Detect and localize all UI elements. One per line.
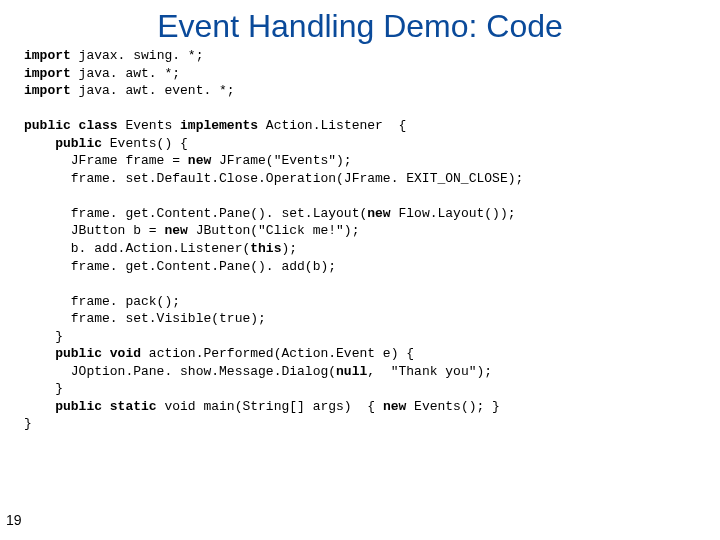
code-text: frame. pack(); [24, 294, 180, 309]
code-text: frame. get.Content.Pane(). add(b); [24, 259, 336, 274]
code-text: JFrame("Events"); [211, 153, 351, 168]
kw-implements: implements [180, 118, 258, 133]
code-text: JButton b = [24, 223, 164, 238]
code-text: Flow.Layout()); [391, 206, 516, 221]
code-text: frame. get.Content.Pane(). set.Layout( [24, 206, 367, 221]
code-text: void main(String[] args) { [157, 399, 383, 414]
code-text: Events [118, 118, 180, 133]
code-text: Events() { [102, 136, 188, 151]
code-text: frame. set.Default.Close.Operation(JFram… [24, 171, 523, 186]
code-text: , "Thank you"); [367, 364, 492, 379]
code-text: JOption.Pane. show.Message.Dialog( [24, 364, 336, 379]
kw-new: new [367, 206, 390, 221]
kw-import: import [24, 83, 71, 98]
kw-null: null [336, 364, 367, 379]
kw-public-static: public static [24, 399, 157, 414]
code-text: Events(); } [406, 399, 500, 414]
kw-public: public [24, 136, 102, 151]
code-text: frame. set.Visible(true); [24, 311, 266, 326]
code-text: java. awt. event. *; [71, 83, 235, 98]
kw-import: import [24, 66, 71, 81]
code-text: } [24, 416, 32, 431]
code-text: JFrame frame = [24, 153, 188, 168]
code-block: import javax. swing. *; import java. awt… [24, 47, 720, 433]
code-text: } [24, 381, 63, 396]
page-number: 19 [6, 512, 22, 528]
code-text: Action.Listener { [258, 118, 406, 133]
kw-public-void: public void [24, 346, 141, 361]
kw-this: this [250, 241, 281, 256]
code-text: java. awt. *; [71, 66, 180, 81]
code-text: b. add.Action.Listener( [24, 241, 250, 256]
code-text: action.Performed(Action.Event e) { [141, 346, 414, 361]
kw-import: import [24, 48, 71, 63]
kw-new: new [383, 399, 406, 414]
code-text: } [24, 329, 63, 344]
kw-public-class: public class [24, 118, 118, 133]
code-text: ); [281, 241, 297, 256]
slide-title: Event Handling Demo: Code [0, 8, 720, 45]
code-text: JButton("Click me!"); [188, 223, 360, 238]
code-text: javax. swing. *; [71, 48, 204, 63]
kw-new: new [164, 223, 187, 238]
kw-new: new [188, 153, 211, 168]
